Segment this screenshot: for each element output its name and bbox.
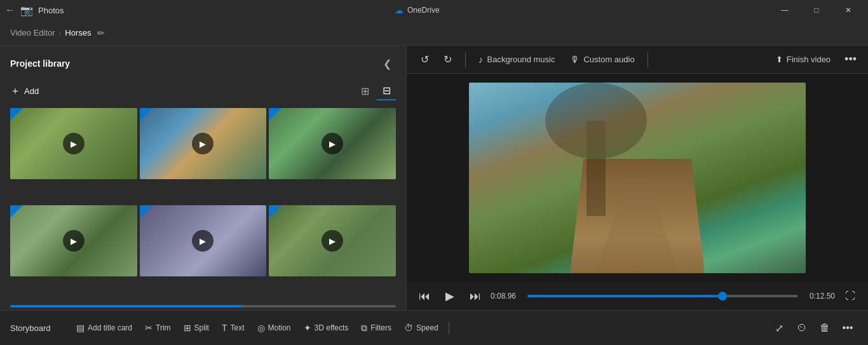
background-music-button[interactable]: ♪ Background music xyxy=(473,51,560,67)
undo-button[interactable]: ↺ xyxy=(414,50,435,70)
titlebar-controls: — □ ✕ xyxy=(770,0,863,20)
filters-button[interactable]: ⧉ Filters xyxy=(356,320,397,336)
split-icon: ⊞ xyxy=(184,323,191,333)
add-title-card-button[interactable]: ▤ Add title card xyxy=(71,320,137,335)
custom-audio-button[interactable]: 🎙 Custom audio xyxy=(565,51,639,67)
corner-accent xyxy=(10,108,23,121)
speed-button[interactable]: ⏱ Speed xyxy=(399,320,444,335)
speed-label: Speed xyxy=(416,323,438,332)
play-overlay-button[interactable]: ▶ xyxy=(63,133,85,154)
trim-icon: ✂ xyxy=(145,323,153,333)
media-item[interactable]: ▶ xyxy=(140,108,267,179)
storyboard-divider xyxy=(449,321,449,334)
collapse-panel-button[interactable]: ❮ xyxy=(378,55,396,72)
storyboard-delete-button[interactable]: 🗑 xyxy=(815,318,835,338)
effects-icon: ✦ xyxy=(304,323,311,333)
play-overlay-button[interactable]: ▶ xyxy=(63,230,85,252)
app-icon: 📷 xyxy=(20,4,33,17)
svg-marker-2 xyxy=(596,178,679,273)
trim-label: Trim xyxy=(156,323,171,332)
play-overlay-button[interactable]: ▶ xyxy=(192,133,214,154)
video-frame xyxy=(469,83,806,273)
music-icon: ♪ xyxy=(478,54,484,65)
media-item[interactable]: ▶ xyxy=(269,205,396,276)
video-overlay xyxy=(469,83,806,273)
breadcrumb-parent[interactable]: Video Editor xyxy=(10,28,55,37)
trim-button[interactable]: ✂ Trim xyxy=(140,320,176,335)
export-icon: ⬆ xyxy=(776,55,783,64)
skip-back-button[interactable]: ⏮ xyxy=(414,286,435,306)
main-content: Project library ❮ ＋ Add ⊞ ⊟ ▶ ▶ xyxy=(0,46,868,310)
undo-redo-group: ↺ ↻ xyxy=(414,50,458,70)
3d-effects-label: 3D effects xyxy=(315,323,349,332)
split-label: Split xyxy=(194,323,209,332)
toolbar-divider xyxy=(465,52,466,67)
titlebar: ← 📷 Photos ☁ OneDrive — □ ✕ xyxy=(0,0,868,20)
add-title-card-label: Add title card xyxy=(88,323,132,332)
plus-icon: ＋ xyxy=(10,85,20,98)
scrollbar-track[interactable] xyxy=(10,305,396,308)
background-music-label: Background music xyxy=(487,55,555,64)
3d-effects-button[interactable]: ✦ 3D effects xyxy=(299,320,354,335)
breadcrumb-separator: › xyxy=(59,29,62,37)
more-options-button[interactable]: ••• xyxy=(841,53,860,66)
back-icon[interactable]: ← xyxy=(5,4,15,16)
total-time: 0:12.50 xyxy=(803,292,835,301)
storyboard-label: Storyboard xyxy=(10,323,61,333)
progress-fill xyxy=(527,295,722,297)
media-item[interactable]: ▶ xyxy=(140,205,267,276)
add-label: Add xyxy=(24,86,39,96)
text-button[interactable]: T Text xyxy=(217,320,250,335)
app-title: Photos xyxy=(38,6,64,15)
add-media-button[interactable]: ＋ Add xyxy=(10,85,39,98)
breadcrumb-current: Horses xyxy=(65,28,91,37)
media-item[interactable]: ▶ xyxy=(269,108,396,179)
speed-icon: ⏱ xyxy=(404,323,413,333)
skip-forward-button[interactable]: ⏭ xyxy=(465,286,485,306)
corner-accent xyxy=(10,205,23,218)
storyboard-bar: Storyboard ▤ Add title card ✂ Trim ⊞ Spl… xyxy=(0,310,868,345)
video-toolbar: ↺ ↻ ♪ Background music 🎙 Custom audio ⬆ … xyxy=(407,46,868,74)
view-large-button[interactable]: ⊞ xyxy=(355,81,374,100)
text-icon: T xyxy=(222,323,227,333)
left-panel: Project library ❮ ＋ Add ⊞ ⊟ ▶ ▶ xyxy=(0,46,407,310)
fullscreen-button[interactable]: ⛶ xyxy=(840,286,860,306)
corner-accent xyxy=(269,108,281,121)
redo-button[interactable]: ↻ xyxy=(437,50,458,70)
corner-accent xyxy=(140,108,153,121)
filters-icon: ⧉ xyxy=(361,323,367,334)
media-item[interactable]: ▶ xyxy=(10,205,137,276)
svg-rect-1 xyxy=(587,121,606,216)
text-label: Text xyxy=(231,323,245,332)
play-pause-button[interactable]: ▶ xyxy=(440,286,460,306)
motion-button[interactable]: ◎ Motion xyxy=(252,320,296,335)
view-small-button[interactable]: ⊟ xyxy=(377,81,396,100)
play-overlay-button[interactable]: ▶ xyxy=(192,230,214,252)
minimize-button[interactable]: — xyxy=(770,0,799,20)
progress-thumb[interactable] xyxy=(718,292,727,301)
scrollbar-thumb[interactable] xyxy=(10,305,241,308)
storyboard-resize-button[interactable]: ⤢ xyxy=(769,318,789,338)
microphone-icon: 🎙 xyxy=(570,54,580,65)
motion-icon: ◎ xyxy=(257,323,265,333)
corner-accent xyxy=(269,205,281,218)
storyboard-duration-button[interactable]: ⏲ xyxy=(792,318,812,338)
right-panel: ↺ ↻ ♪ Background music 🎙 Custom audio ⬆ … xyxy=(407,46,868,310)
onedrive-area: ☁ OneDrive xyxy=(395,5,440,15)
playback-controls: ⏮ ▶ ⏭ 0:08.96 0:12.50 ⛶ xyxy=(407,282,868,310)
progress-bar[interactable] xyxy=(527,295,798,297)
finish-video-button[interactable]: ⬆ Finish video xyxy=(771,52,836,67)
custom-audio-label: Custom audio xyxy=(583,55,634,64)
close-button[interactable]: ✕ xyxy=(834,0,863,20)
storyboard-more-button[interactable]: ••• xyxy=(837,318,858,338)
finish-video-label: Finish video xyxy=(787,55,831,64)
edit-title-icon[interactable]: ✏ xyxy=(97,28,105,38)
onedrive-icon: ☁ xyxy=(395,5,403,15)
current-time: 0:08.96 xyxy=(491,292,522,301)
split-button[interactable]: ⊞ Split xyxy=(179,320,214,335)
play-overlay-button[interactable]: ▶ xyxy=(322,230,343,252)
media-item[interactable]: ▶ xyxy=(10,108,137,179)
motion-label: Motion xyxy=(268,323,291,332)
play-overlay-button[interactable]: ▶ xyxy=(322,133,343,154)
maximize-button[interactable]: □ xyxy=(802,0,831,20)
